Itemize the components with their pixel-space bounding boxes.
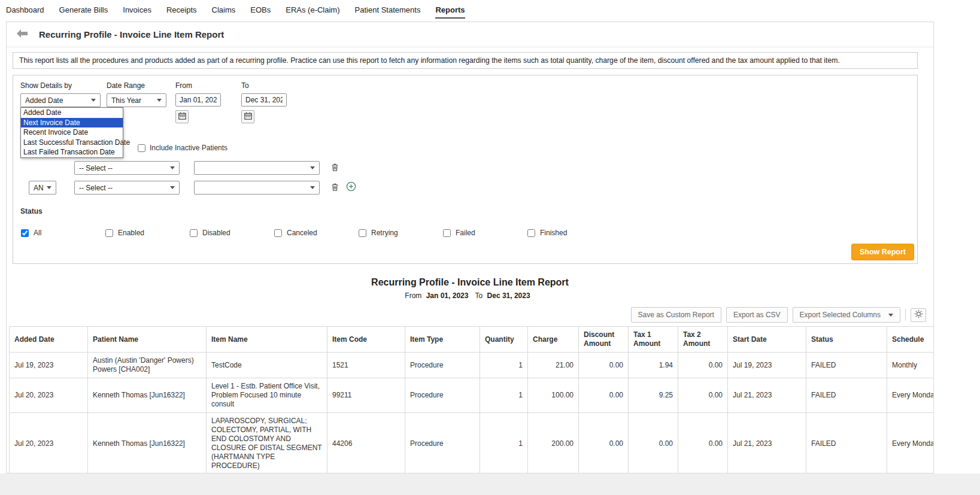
cell-item_type: Procedure: [405, 378, 480, 413]
condition-1-field-select[interactable]: -- Select --: [74, 161, 180, 175]
column-header-item_code[interactable]: Item Code: [327, 327, 405, 353]
dropdown-option-recent-invoice-date[interactable]: Recent Invoice Date: [21, 127, 123, 138]
cell-charge: 21.00: [528, 353, 579, 378]
nav-item-receipts[interactable]: Receipts: [166, 5, 197, 17]
status-checkbox-retrying[interactable]: Retrying: [359, 229, 443, 237]
column-header-tax2_amount[interactable]: Tax 2 Amount: [678, 327, 728, 353]
cell-item_code: 99211: [327, 378, 405, 413]
dropdown-option-added-date[interactable]: Added Date: [21, 108, 123, 118]
dropdown-option-last-failed-transaction-date[interactable]: Last Failed Transaction Date: [21, 147, 123, 157]
column-header-quantity[interactable]: Quantity: [480, 327, 528, 353]
column-header-schedule[interactable]: Schedule: [887, 327, 935, 353]
date-range-select[interactable]: This Year: [107, 93, 166, 107]
status-checkbox-finished[interactable]: Finished: [527, 229, 612, 237]
report-to-label: To: [475, 291, 483, 300]
back-arrow-icon: [16, 29, 28, 40]
condition-1-delete-button[interactable]: [330, 163, 339, 174]
report-to-date: Dec 31, 2023: [487, 291, 530, 300]
to-calendar-button[interactable]: [241, 110, 254, 123]
add-condition-button[interactable]: [346, 181, 356, 193]
cell-added_date: Jul 19, 2023: [10, 353, 88, 378]
from-calendar-button[interactable]: [175, 110, 189, 123]
export-selected-columns-label: Export Selected Columns: [800, 311, 881, 319]
column-header-charge[interactable]: Charge: [528, 327, 579, 353]
nav-item-generate-bills[interactable]: Generate Bills: [59, 5, 108, 17]
cell-patient_name[interactable]: Kenneth Thomas [Jun16322]: [88, 378, 207, 413]
dropdown-option-next-invoice-date[interactable]: Next Invoice Date: [21, 118, 123, 128]
nav-item-eobs[interactable]: EOBs: [250, 5, 271, 17]
cell-tax2_amount: 0.00: [678, 378, 728, 413]
status-checkbox-canceled[interactable]: Canceled: [274, 229, 359, 237]
status-option-label: Canceled: [287, 229, 317, 237]
status-checkbox-failed[interactable]: Failed: [443, 229, 527, 237]
cell-patient_name[interactable]: Kenneth Thomas [Jun16322]: [88, 413, 207, 474]
report-date-range: From Jan 01, 2023 To Dec 31, 2023: [7, 291, 933, 300]
status-option-label: Finished: [540, 229, 567, 237]
checkbox[interactable]: [21, 229, 29, 237]
column-header-start_date[interactable]: Start Date: [728, 327, 806, 353]
column-header-status[interactable]: Status: [806, 327, 887, 353]
checkbox[interactable]: [359, 229, 366, 237]
show-details-by-value: Added Date: [25, 96, 87, 105]
checkbox[interactable]: [527, 229, 535, 237]
dropdown-option-last-successful-transaction-date[interactable]: Last Successful Transaction Date: [21, 138, 123, 148]
condition-operator-select[interactable]: AND: [29, 181, 56, 195]
checkbox[interactable]: [105, 229, 113, 237]
nav-item-invoices[interactable]: Invoices: [123, 5, 151, 17]
cell-quantity: 1: [480, 378, 528, 413]
column-header-patient_name[interactable]: Patient Name: [88, 327, 207, 353]
table-row: Jul 19, 2023Austin (Austin 'Danger' Powe…: [10, 353, 935, 378]
show-details-by-select[interactable]: Added Date: [20, 93, 101, 107]
page-container: Recurring Profile - Invoice Line Item Re…: [6, 22, 934, 473]
date-range-value: This Year: [111, 96, 153, 105]
report-from-date: Jan 01, 2023: [426, 291, 469, 300]
calendar-icon: [178, 112, 186, 122]
status-option-label: Failed: [456, 229, 475, 237]
chevron-down-icon: [47, 186, 51, 189]
status-checkbox-enabled[interactable]: Enabled: [105, 229, 190, 237]
report-table: Added DatePatient NameItem NameItem Code…: [9, 326, 934, 473]
cell-item_name: LAPAROSCOPY, SURGICAL; COLECTOMY, PARTIA…: [207, 413, 327, 474]
column-header-item_type[interactable]: Item Type: [405, 327, 480, 353]
export-as-csv-button[interactable]: Export as CSV: [726, 307, 788, 323]
plus-circle-icon: [346, 181, 356, 193]
nav-item-claims[interactable]: Claims: [212, 5, 236, 17]
column-header-discount_amount[interactable]: Discount Amount: [579, 327, 629, 353]
back-button[interactable]: [14, 28, 31, 42]
cell-start_date: Jul 19, 2023: [728, 353, 806, 378]
save-as-custom-report-button[interactable]: Save as Custom Report: [631, 307, 721, 323]
column-header-tax1_amount[interactable]: Tax 1 Amount: [629, 327, 678, 353]
condition-2-value-select[interactable]: [194, 181, 320, 195]
status-checkbox-disabled[interactable]: Disabled: [190, 229, 274, 237]
column-header-added_date[interactable]: Added Date: [10, 327, 88, 353]
checkbox[interactable]: [138, 144, 145, 152]
export-selected-columns-button[interactable]: Export Selected Columns: [793, 307, 900, 323]
checkbox[interactable]: [274, 229, 282, 237]
nav-item-eras-e-claim[interactable]: ERAs (e-Claim): [286, 5, 339, 17]
show-report-button[interactable]: Show Report: [851, 244, 914, 260]
nav-item-reports[interactable]: Reports: [435, 5, 465, 19]
page-title: Recurring Profile - Invoice Line Item Re…: [39, 29, 224, 40]
chevron-down-icon: [888, 314, 893, 317]
status-checkbox-all[interactable]: All: [21, 229, 105, 237]
from-date-input[interactable]: [175, 93, 221, 107]
condition-1-field-value: -- Select --: [79, 164, 166, 172]
column-header-item_name[interactable]: Item Name: [207, 327, 327, 353]
checkbox[interactable]: [190, 229, 198, 237]
condition-2-delete-button[interactable]: [330, 183, 339, 193]
condition-2-field-select[interactable]: -- Select --: [74, 181, 180, 195]
cell-status: FAILED: [806, 413, 887, 474]
nav-item-patient-statements[interactable]: Patient Statements: [355, 5, 421, 17]
condition-1-value-select[interactable]: [194, 161, 320, 175]
bottom-scroll-area[interactable]: [0, 473, 980, 495]
cell-patient_name[interactable]: Austin (Austin 'Danger' Powers) Powers […: [88, 353, 207, 378]
to-date-input[interactable]: [241, 93, 287, 107]
include-inactive-patients-checkbox[interactable]: Include Inactive Patients: [138, 144, 227, 152]
nav-item-dashboard[interactable]: Dashboard: [6, 5, 44, 17]
checkbox[interactable]: [443, 229, 451, 237]
cell-item_name: TestCode: [207, 353, 327, 378]
cell-status: FAILED: [806, 353, 887, 378]
column-settings-button[interactable]: [911, 308, 926, 322]
cell-added_date: Jul 20, 2023: [10, 413, 88, 474]
cell-item_type: Procedure: [405, 353, 480, 378]
